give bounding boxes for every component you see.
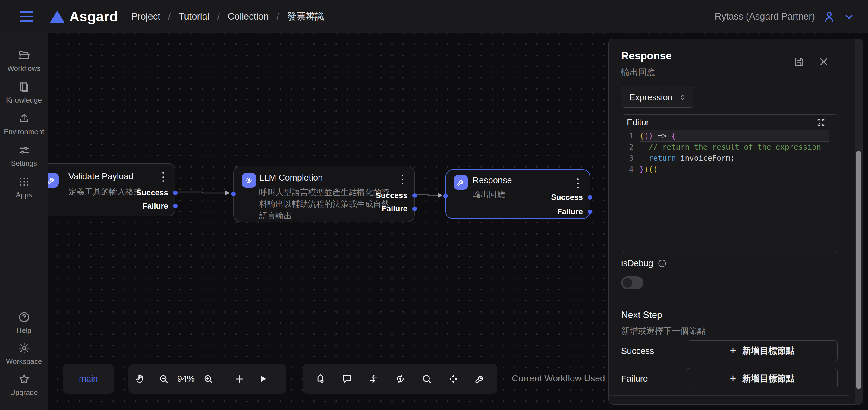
sidebar-item-apps[interactable]: Apps	[0, 175, 48, 199]
sidebar-item-label: Help	[17, 326, 31, 334]
llm-icon[interactable]	[391, 370, 409, 388]
code-line[interactable]: 1(() => {	[621, 130, 839, 141]
breadcrumb: Project/Tutorial/Collection/發票辨識	[131, 10, 324, 23]
add-node-icon[interactable]	[311, 370, 330, 388]
sidebar-item-label: Workflows	[7, 64, 40, 72]
expand-icon[interactable]	[816, 118, 826, 127]
hand-icon[interactable]	[128, 374, 152, 384]
expression-type-select[interactable]: Expression	[621, 87, 693, 108]
sidebar-item-label: Apps	[16, 191, 32, 199]
port-input-dot[interactable]	[231, 192, 236, 196]
breadcrumb-separator: /	[168, 11, 171, 22]
editor-body[interactable]: 1(() => {2 // return the result of the e…	[621, 130, 839, 253]
swap-arrows-icon[interactable]	[364, 370, 382, 388]
isdebug-toggle[interactable]	[621, 276, 644, 289]
chevron-down-icon[interactable]	[843, 11, 855, 22]
next-step-row: Success+新增目標節點	[621, 340, 838, 361]
branch-label: main	[79, 374, 98, 384]
port-input-dot[interactable]	[443, 194, 448, 198]
port-failure-dot[interactable]	[412, 206, 417, 211]
toolbar-divider	[224, 371, 224, 387]
button-label: 新增目標節點	[742, 345, 795, 357]
node-title: LLM Completion	[259, 173, 323, 183]
wrench-icon[interactable]	[471, 370, 489, 388]
comment-icon[interactable]	[338, 370, 356, 388]
sidebar-item-workspace[interactable]: Workspace	[0, 342, 48, 366]
line-number: 3	[621, 154, 640, 163]
code-line[interactable]: 4})()	[621, 164, 839, 175]
editor-label: Editor	[627, 118, 649, 127]
branch-pill[interactable]: main	[63, 364, 114, 394]
breadcrumb-item[interactable]: Project	[131, 11, 160, 22]
port-failure-dot[interactable]	[173, 204, 178, 208]
node-title: Response	[472, 175, 512, 185]
close-icon[interactable]	[818, 56, 829, 67]
node-menu-kebab-icon[interactable]	[159, 171, 167, 183]
next-step-port-label: Success	[621, 346, 687, 356]
save-icon[interactable]	[793, 56, 805, 68]
workflow-status-text: Current Workflow Used	[512, 373, 605, 383]
node-subtitle: 定義工具的輸入格式	[68, 186, 142, 198]
add-target-node-button[interactable]: +新增目標節點	[687, 340, 838, 361]
port-success-dot[interactable]	[412, 193, 417, 198]
sidebar-item-workflows[interactable]: Workflows	[0, 49, 48, 72]
node-validate-payload[interactable]: Validate Payload 定義工具的輸入格式 Success Failu…	[48, 163, 176, 216]
port-success-label: Success	[551, 193, 583, 202]
sidebar-item-knowledge[interactable]: Knowledge	[0, 81, 48, 104]
line-number: 1	[621, 131, 640, 140]
sidebar-item-settings[interactable]: Settings	[0, 144, 48, 168]
port-success-label: Success	[375, 191, 407, 200]
breadcrumb-item[interactable]: Tutorial	[179, 11, 210, 22]
node-menu-kebab-icon[interactable]	[398, 173, 406, 185]
info-icon[interactable]	[657, 259, 667, 268]
node-response[interactable]: Response 輸出回應 Success Failure	[445, 169, 590, 219]
port-failure-label: Failure	[143, 201, 168, 210]
search-icon[interactable]	[418, 370, 436, 388]
zoom-in-icon[interactable]	[196, 374, 220, 384]
upload-icon	[18, 112, 30, 125]
sliders-icon	[18, 144, 30, 156]
sidebar-item-label: Knowledge	[6, 96, 42, 104]
play-icon[interactable]	[251, 374, 275, 384]
zoom-out-icon[interactable]	[152, 374, 176, 384]
add-target-node-button[interactable]: +新增目標節點	[687, 368, 838, 389]
canvas-toolbar	[303, 364, 497, 394]
sidebar-item-environment[interactable]: Environment	[0, 112, 48, 136]
panel-title: Response	[621, 50, 672, 62]
sidebar-item-label: Settings	[11, 159, 37, 168]
port-failure-label: Failure	[557, 207, 583, 216]
port-failure-dot[interactable]	[588, 209, 592, 214]
node-menu-kebab-icon[interactable]	[574, 177, 582, 189]
wrench-icon	[454, 175, 468, 189]
code-editor: Editor 1(() => {2 // return the result o…	[621, 114, 839, 253]
node-subtitle: 輸出回應	[472, 189, 505, 201]
button-label: 新增目標節點	[742, 373, 795, 385]
sidebar-item-help[interactable]: Help	[0, 311, 48, 334]
plus-icon: +	[730, 373, 736, 384]
navigate-icon[interactable]	[444, 370, 462, 388]
person-icon[interactable]	[822, 10, 836, 24]
grid-icon	[18, 175, 30, 188]
port-success-label: Success	[136, 188, 168, 197]
line-number: 4	[621, 165, 640, 174]
sidebar-item-upgrade[interactable]: Upgrade	[0, 373, 48, 397]
port-success-dot[interactable]	[173, 191, 178, 195]
hamburger-icon[interactable]	[20, 11, 33, 22]
top-bar: Asgard Project/Tutorial/Collection/發票辨識 …	[0, 0, 868, 33]
code-line[interactable]: 3 return invoiceForm;	[621, 152, 839, 164]
select-value: Expression	[629, 92, 678, 102]
sidebar-item-label: Upgrade	[10, 388, 38, 397]
account-area: Rytass (Asgard Partner)	[715, 10, 855, 24]
next-step-subtitle: 新增或選擇下一個節點	[621, 325, 706, 337]
response-properties-panel: Response 輸出回應 Expression Editor 1(() => …	[608, 38, 863, 405]
port-success-dot[interactable]	[588, 195, 592, 200]
plus-icon[interactable]	[227, 374, 251, 384]
node-llm-completion[interactable]: LLM Completion 呼叫大型語言模型並產生結構化的資料輸出以輔助流程的…	[233, 166, 415, 222]
line-number: 2	[621, 143, 640, 151]
page-scrollbar-thumb[interactable]	[856, 151, 861, 389]
isdebug-label: isDebug	[621, 258, 653, 268]
breadcrumb-item[interactable]: 發票辨識	[287, 10, 324, 23]
breadcrumb-item[interactable]: Collection	[227, 11, 269, 22]
code-line[interactable]: 2 // return the result of the expression	[621, 141, 839, 152]
llm-icon	[242, 173, 256, 187]
